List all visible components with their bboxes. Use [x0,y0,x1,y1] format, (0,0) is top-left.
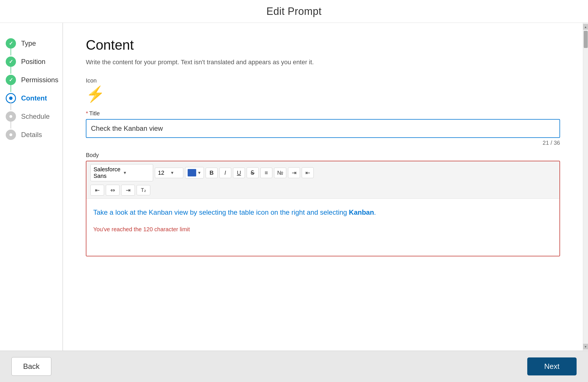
content-area: Content Write the content for your promp… [63,23,583,351]
header: Edit Prompt [0,0,588,23]
sidebar-label-position: Position [21,58,45,66]
step-icon-details [6,130,16,140]
page-title: Edit Prompt [266,5,322,17]
section-heading: Content [86,37,560,53]
unordered-list-button[interactable]: ≡ [260,168,272,178]
italic-button[interactable]: I [219,168,231,178]
title-input[interactable] [86,119,560,138]
scrollbar-up-arrow[interactable]: ▲ [583,24,588,30]
sidebar-item-content[interactable]: Content [6,89,57,107]
align-left-button[interactable]: ⇤ [90,185,104,196]
editor-toolbar: Salesforce Sans ▼ 12 ▼ ▼ B I U S̶ [86,161,559,199]
section-description: Write the content for your prompt. Text … [86,59,560,66]
clear-format-button[interactable]: T₂ [137,185,150,195]
scrollbar-thumb[interactable] [584,31,588,48]
font-family-select[interactable]: Salesforce Sans ▼ [90,164,153,181]
step-icon-position: ✓ [6,57,16,67]
font-size-value: 12 [158,170,168,176]
sidebar-label-schedule: Schedule [21,112,50,120]
sidebar-item-permissions[interactable]: ✓ Permissions [6,71,57,89]
strikethrough-button[interactable]: S̶ [247,167,259,178]
back-button[interactable]: Back [11,357,51,376]
underline-button[interactable]: U [233,168,245,178]
char-limit-message: You've reached the 120 character limit [93,226,553,233]
sidebar-label-details: Details [21,131,42,139]
lightning-icon: ⚡ [86,86,560,102]
main-area: ✓ Type ✓ Position ✓ Permissions Content [0,23,588,351]
sidebar-item-details[interactable]: Details [6,126,57,144]
step-icon-schedule [6,111,16,122]
align-right-button[interactable]: ⇥ [121,185,135,196]
font-family-arrow-icon: ▼ [123,170,150,175]
scrollbar[interactable]: ▲ ▼ [583,23,588,351]
step-icon-type: ✓ [6,38,16,49]
editor-text-plain: Take a look at the Kanban view by select… [93,208,349,216]
color-swatch [188,169,196,176]
editor-body[interactable]: Take a look at the Kanban view by select… [86,199,559,256]
step-icon-content [6,93,16,103]
sidebar-item-type[interactable]: ✓ Type [6,34,57,53]
editor-text-bold: Kanban [349,208,374,216]
editor-text: Take a look at the Kanban view by select… [93,207,553,218]
indent-button[interactable]: ⇥ [288,167,300,178]
sidebar-label-content: Content [21,94,47,102]
body-label: Body [86,152,560,158]
sidebar-item-schedule[interactable]: Schedule [6,107,57,126]
sidebar-label-type: Type [21,39,36,47]
color-arrow-icon: ▼ [197,170,201,175]
ordered-list-button[interactable]: № [274,168,286,178]
font-size-arrow-icon: ▼ [170,170,180,175]
title-field-label: *Title [86,110,560,117]
step-icon-permissions: ✓ [6,75,16,85]
next-button[interactable]: Next [527,357,577,375]
sidebar-label-permissions: Permissions [21,76,58,84]
sidebar-item-position[interactable]: ✓ Position [6,53,57,71]
outdent-button[interactable]: ⇤ [302,167,314,178]
align-center-button[interactable]: ⇔ [106,185,119,196]
footer: Back Next [0,351,588,382]
scrollbar-down-arrow[interactable]: ▼ [583,344,588,349]
font-size-select[interactable]: 12 ▼ [155,168,183,178]
sidebar: ✓ Type ✓ Position ✓ Permissions Content [0,23,63,351]
color-picker-button[interactable]: ▼ [185,167,204,178]
rich-text-editor[interactable]: Salesforce Sans ▼ 12 ▼ ▼ B I U S̶ [86,161,560,256]
toolbar-row-2: ⇤ ⇔ ⇥ T₂ [90,185,555,196]
required-asterisk: * [86,110,88,116]
bold-button[interactable]: B [206,168,218,178]
font-family-value: Salesforce Sans [94,166,121,179]
editor-text-end: . [374,208,376,216]
toolbar-row-1: Salesforce Sans ▼ 12 ▼ ▼ B I U S̶ [90,164,555,181]
icon-label: Icon [86,77,560,84]
char-count: 21 / 36 [86,140,560,146]
